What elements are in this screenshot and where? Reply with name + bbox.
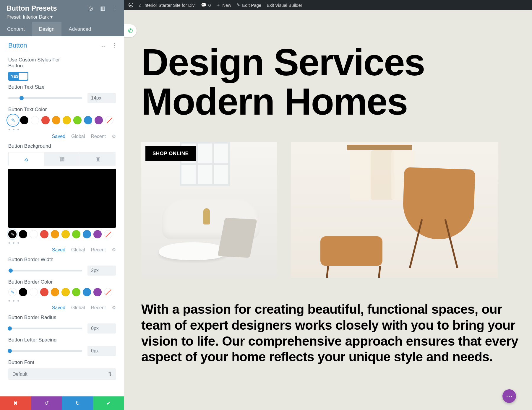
swatch-yellow[interactable] bbox=[61, 230, 70, 238]
eyedropper-icon[interactable]: ✎ bbox=[8, 288, 17, 296]
value-text-size[interactable]: 14px bbox=[87, 93, 116, 103]
background-preview[interactable] bbox=[8, 169, 116, 228]
gear-icon[interactable]: ⚙ bbox=[112, 305, 116, 310]
undo-button[interactable]: ↺ bbox=[31, 396, 62, 410]
colors-saved[interactable]: Saved bbox=[52, 305, 65, 310]
swatch-none[interactable] bbox=[104, 230, 112, 238]
builder-fab[interactable]: ⋯ bbox=[502, 389, 516, 403]
select-font[interactable]: Default ⇅ bbox=[8, 368, 116, 380]
save-button[interactable]: ✔ bbox=[93, 396, 124, 410]
slider-text-size[interactable] bbox=[8, 97, 82, 99]
preset-selector[interactable]: Preset: Interior Dark ▾ bbox=[7, 14, 118, 20]
pencil-icon: ✎ bbox=[236, 2, 240, 8]
swatch-blue[interactable] bbox=[84, 116, 92, 124]
hero-line-1: Design Services bbox=[141, 41, 425, 83]
color-source-tabs: Saved Global Recent ⚙ bbox=[8, 247, 116, 253]
gear-icon[interactable]: ⚙ bbox=[112, 247, 116, 253]
swatch-green[interactable] bbox=[72, 288, 80, 296]
responsive-icon[interactable]: ▥ bbox=[100, 5, 105, 12]
colors-global[interactable]: Global bbox=[71, 247, 85, 253]
exit-builder-link[interactable]: Exit Visual Builder bbox=[267, 3, 302, 8]
swatch-green[interactable] bbox=[73, 116, 82, 124]
swatch-orange[interactable] bbox=[52, 116, 60, 124]
swatch-purple[interactable] bbox=[93, 288, 102, 296]
toggle-custom-styles[interactable]: YES bbox=[8, 72, 28, 81]
swatch-black[interactable] bbox=[19, 230, 27, 238]
swatch-orange[interactable] bbox=[51, 288, 59, 296]
bg-tab-image[interactable]: ▣ bbox=[80, 152, 116, 166]
sidebar-footer: ✖ ↺ ↻ ✔ bbox=[0, 396, 124, 410]
edit-page-label: Edit Page bbox=[242, 3, 261, 8]
swatch-none[interactable] bbox=[104, 288, 112, 296]
edit-page-link[interactable]: ✎ Edit Page bbox=[236, 2, 261, 8]
colors-recent[interactable]: Recent bbox=[91, 247, 106, 253]
slider-border-radius[interactable] bbox=[8, 328, 82, 329]
section-menu-icon[interactable]: ⋮ bbox=[112, 42, 117, 49]
swatch-white[interactable] bbox=[30, 288, 38, 296]
swatch-red[interactable] bbox=[40, 230, 48, 238]
shop-online-button[interactable]: SHOP ONLINE bbox=[145, 146, 196, 161]
swatch-blue[interactable] bbox=[83, 230, 91, 238]
swatch-purple[interactable] bbox=[95, 116, 103, 124]
swatch-none[interactable] bbox=[105, 116, 113, 124]
site-name: Interior Starter Site for Divi bbox=[143, 3, 196, 8]
eyedropper-icon[interactable]: ✎ bbox=[8, 230, 17, 238]
colors-recent[interactable]: Recent bbox=[91, 134, 106, 139]
background-type-tabs: ▨ ▣ bbox=[8, 152, 116, 166]
value-border-width[interactable]: 2px bbox=[87, 266, 116, 276]
swatch-red[interactable] bbox=[41, 116, 50, 124]
palette-more-icon[interactable]: • • • bbox=[8, 240, 116, 246]
eyedropper-icon[interactable]: ✎ bbox=[8, 115, 18, 125]
swatch-blue[interactable] bbox=[83, 288, 91, 296]
label-border-radius: Button Border Radius bbox=[8, 315, 116, 320]
collapse-icon[interactable]: ︿ bbox=[101, 42, 106, 49]
palette-background: ✎ bbox=[8, 230, 116, 238]
cancel-button[interactable]: ✖ bbox=[0, 396, 31, 410]
select-font-value: Default bbox=[12, 372, 27, 377]
comments-link[interactable]: 💬 0 bbox=[201, 2, 211, 8]
palette-more-icon[interactable]: • • • bbox=[8, 298, 116, 304]
bg-tab-color[interactable] bbox=[8, 152, 44, 166]
tab-content[interactable]: Content bbox=[0, 22, 32, 36]
site-link[interactable]: ⌂ Interior Starter Site for Divi bbox=[139, 3, 196, 8]
swatch-orange[interactable] bbox=[51, 230, 59, 238]
swatch-yellow[interactable] bbox=[61, 288, 70, 296]
swatch-yellow[interactable] bbox=[63, 116, 71, 124]
palette-more-icon[interactable]: • • • bbox=[8, 127, 116, 133]
tab-design[interactable]: Design bbox=[32, 22, 62, 36]
colors-recent[interactable]: Recent bbox=[91, 305, 106, 310]
colors-saved[interactable]: Saved bbox=[52, 247, 65, 253]
colors-saved[interactable]: Saved bbox=[52, 134, 65, 139]
comment-icon: 💬 bbox=[201, 2, 207, 8]
colors-global[interactable]: Global bbox=[71, 305, 85, 310]
gear-icon[interactable]: ⚙ bbox=[112, 134, 116, 139]
bg-tab-gradient[interactable]: ▨ bbox=[44, 152, 80, 166]
new-content-link[interactable]: ＋ New bbox=[216, 2, 231, 8]
swatch-white[interactable] bbox=[30, 230, 38, 238]
swatch-white[interactable] bbox=[31, 116, 39, 124]
phone-icon: ✆ bbox=[128, 27, 133, 34]
palette-text-color: ✎ bbox=[8, 115, 116, 125]
call-button[interactable]: ✆ bbox=[124, 24, 137, 37]
image-row: SHOP ONLINE bbox=[141, 142, 532, 278]
swatch-black[interactable] bbox=[19, 288, 27, 296]
wp-logo-icon[interactable] bbox=[128, 2, 134, 8]
swatch-red[interactable] bbox=[40, 288, 48, 296]
swatch-purple[interactable] bbox=[93, 230, 102, 238]
focus-mode-icon[interactable]: ◎ bbox=[88, 5, 93, 12]
hero-image-2 bbox=[291, 142, 498, 278]
colors-global[interactable]: Global bbox=[71, 134, 85, 139]
label-border-color: Button Border Color bbox=[8, 279, 116, 285]
more-options-icon[interactable]: ⋮ bbox=[112, 5, 118, 12]
slider-border-width[interactable] bbox=[8, 270, 82, 271]
hero-image-1: SHOP ONLINE bbox=[141, 142, 277, 278]
value-letter-spacing[interactable]: 0px bbox=[87, 346, 116, 356]
swatch-black[interactable] bbox=[20, 116, 28, 124]
swatch-green[interactable] bbox=[72, 230, 80, 238]
value-border-radius[interactable]: 0px bbox=[87, 323, 116, 333]
redo-button[interactable]: ↻ bbox=[62, 396, 93, 410]
slider-letter-spacing[interactable] bbox=[8, 350, 82, 352]
toggle-label: YES bbox=[11, 74, 19, 79]
tab-advanced[interactable]: Advanced bbox=[61, 22, 98, 36]
chevron-updown-icon: ⇅ bbox=[108, 371, 112, 377]
